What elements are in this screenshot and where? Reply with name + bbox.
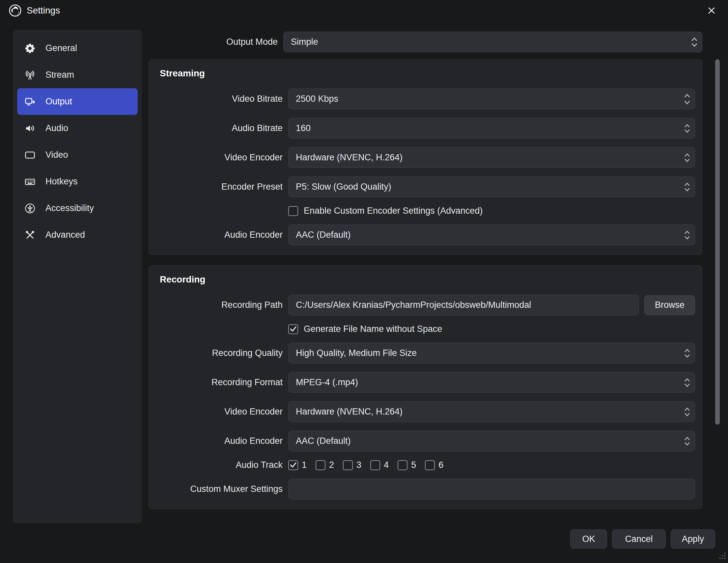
audio-track-number: 1 (302, 460, 307, 470)
audio-track-checkbox-4[interactable]: 4 (370, 460, 389, 470)
chevron-updown-icon (691, 35, 698, 49)
output-mode-value: Simple (291, 37, 318, 47)
sidebar-item-label: Output (45, 97, 72, 107)
recording-quality-label: Recording Quality (159, 348, 283, 358)
recording-quality-value: High Quality, Medium File Size (296, 348, 417, 358)
audio-track-label: Audio Track (159, 460, 283, 470)
audio-track-checkbox-2[interactable]: 2 (316, 460, 334, 470)
chevron-updown-icon (684, 152, 690, 163)
recording-video-encoder-select[interactable]: Hardware (NVENC, H.264) (288, 401, 695, 422)
chevron-updown-icon (684, 230, 690, 241)
custom-encoder-checkbox-label: Enable Custom Encoder Settings (Advanced… (304, 206, 483, 216)
recording-audio-encoder-label: Audio Encoder (159, 436, 283, 446)
checkbox-box (343, 460, 353, 470)
audio-encoder-select[interactable]: AAC (Default) (288, 225, 695, 245)
sidebar-item-label: Video (45, 150, 68, 160)
chevron-updown-icon (684, 348, 690, 359)
sidebar-item-audio[interactable]: Audio (17, 115, 138, 142)
video-bitrate-spinbox[interactable]: 2500 Kbps (288, 89, 695, 109)
audio-encoder-label: Audio Encoder (159, 230, 283, 240)
video-encoder-select[interactable]: Hardware (NVENC, H.264) (288, 147, 695, 168)
ok-button[interactable]: OK (570, 529, 607, 549)
audio-bitrate-value: 160 (296, 123, 311, 133)
streaming-section: Streaming Video Bitrate 2500 Kbps Audio … (149, 59, 702, 255)
video-bitrate-label: Video Bitrate (159, 94, 283, 104)
generate-filename-checkbox[interactable]: Generate File Name without Space (288, 324, 442, 334)
gear-icon (24, 43, 36, 54)
sidebar-item-general[interactable]: General (17, 35, 138, 62)
recording-quality-select[interactable]: High Quality, Medium File Size (288, 343, 695, 363)
sidebar-item-output[interactable]: Output (17, 88, 138, 115)
scrollbar-thumb[interactable] (715, 59, 720, 425)
audio-encoder-value: AAC (Default) (296, 230, 351, 240)
checkbox-box (288, 206, 298, 216)
encoder-preset-select[interactable]: P5: Slow (Good Quality) (288, 177, 695, 197)
checkbox-box (288, 324, 298, 334)
apply-button[interactable]: Apply (671, 529, 715, 549)
audio-track-checkbox-1[interactable]: 1 (288, 460, 307, 470)
checkbox-box (370, 460, 380, 470)
window-title: Settings (27, 5, 60, 16)
streaming-section-title: Streaming (160, 68, 695, 79)
resize-grip[interactable] (719, 551, 726, 562)
recording-path-label: Recording Path (159, 300, 283, 310)
display-icon (24, 150, 36, 161)
recording-path-value: C:/Users/Alex Kranias/PycharmProjects/ob… (296, 300, 531, 310)
sidebar: General Stream Output Audio Video Hotkey… (13, 30, 142, 523)
audio-track-group: 1 2 3 4 (288, 460, 443, 470)
output-mode-label: Output Mode (149, 37, 278, 47)
sidebar-item-stream[interactable]: Stream (17, 62, 138, 88)
recording-format-label: Recording Format (159, 377, 283, 387)
sidebar-item-advanced[interactable]: Advanced (17, 222, 138, 248)
scrollbar (715, 32, 720, 523)
audio-track-number: 5 (411, 460, 416, 470)
sidebar-item-label: General (45, 43, 77, 53)
audio-track-checkbox-3[interactable]: 3 (343, 460, 361, 470)
recording-format-select[interactable]: MPEG-4 (.mp4) (288, 372, 695, 393)
custom-muxer-input[interactable] (288, 479, 695, 499)
checkbox-box (288, 460, 298, 470)
accessibility-icon (24, 203, 36, 214)
cancel-button[interactable]: Cancel (612, 529, 666, 549)
chevron-updown-icon (684, 377, 690, 388)
recording-path-input[interactable]: C:/Users/Alex Kranias/PycharmProjects/ob… (288, 295, 639, 315)
recording-section: Recording Recording Path C:/Users/Alex K… (149, 266, 702, 509)
obs-logo-icon (9, 4, 22, 17)
video-bitrate-value: 2500 Kbps (296, 94, 338, 104)
sidebar-item-label: Stream (45, 70, 74, 80)
sidebar-item-label: Advanced (45, 230, 85, 240)
keyboard-icon (24, 176, 36, 187)
broadcast-icon (24, 70, 36, 81)
titlebar: Settings (0, 0, 728, 21)
audio-track-number: 4 (384, 460, 389, 470)
browse-button[interactable]: Browse (644, 295, 695, 315)
audio-bitrate-spinbox[interactable]: 160 (288, 118, 695, 139)
recording-audio-encoder-select[interactable]: AAC (Default) (288, 431, 695, 451)
audio-track-checkbox-5[interactable]: 5 (398, 460, 416, 470)
encoder-preset-label: Encoder Preset (159, 182, 283, 192)
chevron-updown-icon (684, 406, 690, 417)
audio-track-number: 6 (438, 460, 443, 470)
audio-bitrate-label: Audio Bitrate (159, 123, 283, 133)
audio-track-checkbox-6[interactable]: 6 (425, 460, 443, 470)
sidebar-item-label: Audio (45, 123, 68, 133)
encoder-preset-value: P5: Slow (Good Quality) (296, 182, 391, 192)
checkbox-box (398, 460, 407, 470)
recording-section-title: Recording (160, 274, 695, 285)
custom-encoder-checkbox[interactable]: Enable Custom Encoder Settings (Advanced… (288, 206, 483, 216)
chevron-updown-icon (684, 436, 690, 447)
sidebar-item-video[interactable]: Video (17, 142, 138, 168)
sidebar-item-hotkeys[interactable]: Hotkeys (17, 168, 138, 195)
close-button[interactable] (704, 3, 719, 18)
sidebar-item-accessibility[interactable]: Accessibility (17, 195, 138, 222)
custom-muxer-label: Custom Muxer Settings (159, 484, 283, 494)
checkbox-box (316, 460, 325, 470)
recording-video-encoder-label: Video Encoder (159, 407, 283, 417)
output-mode-select[interactable]: Simple (283, 32, 702, 52)
checkbox-box (425, 460, 435, 470)
close-icon (707, 6, 716, 15)
audio-track-number: 3 (356, 460, 361, 470)
dialog-footer: OK Cancel Apply (570, 529, 715, 549)
recording-format-value: MPEG-4 (.mp4) (296, 377, 358, 387)
video-encoder-value: Hardware (NVENC, H.264) (296, 153, 403, 163)
